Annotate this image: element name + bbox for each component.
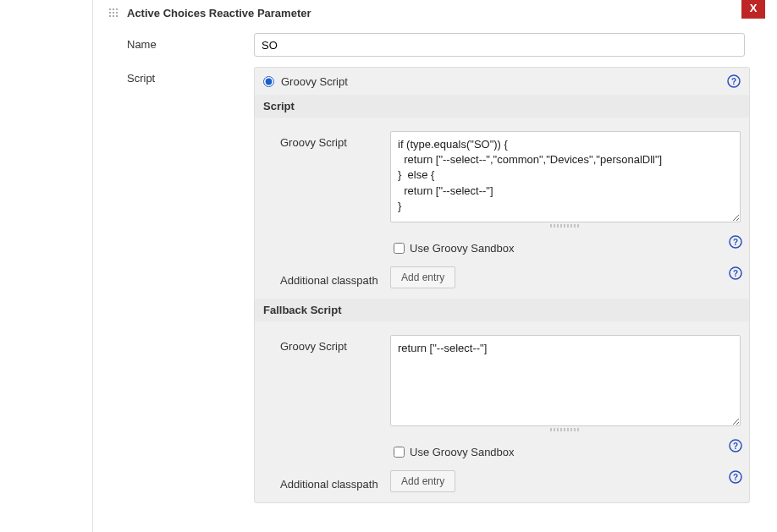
fallback-additional-classpath-label: Additional classpath <box>280 473 390 491</box>
name-input[interactable] <box>254 33 745 57</box>
section-title: Active Choices Reactive Parameter <box>127 7 311 19</box>
main-content: X Active Choices Reactive Parameter Name… <box>93 0 769 532</box>
close-button[interactable]: X <box>741 0 765 19</box>
fallback-script-textarea[interactable] <box>390 335 741 426</box>
help-icon[interactable]: ? <box>729 439 742 452</box>
fallback-sandbox-row: Use Groovy Sandbox ? <box>280 437 741 467</box>
svg-point-7 <box>113 14 114 16</box>
resize-handle[interactable] <box>390 223 741 228</box>
sandbox-checkbox[interactable] <box>394 243 405 254</box>
fallback-sandbox-label: Use Groovy Sandbox <box>410 446 515 458</box>
sandbox-row: Use Groovy Sandbox ? <box>280 233 741 263</box>
groovy-script-row: Groovy Script <box>280 126 741 233</box>
script-row: Script Groovy Script ? Script Groovy Scr… <box>93 62 769 508</box>
svg-point-5 <box>116 11 118 13</box>
fallback-script-field-label: Groovy Script <box>280 335 390 353</box>
help-icon[interactable]: ? <box>729 235 742 249</box>
drag-handle-icon[interactable] <box>108 8 120 19</box>
section-header: Active Choices Reactive Parameter <box>93 0 769 28</box>
name-row: Name <box>93 28 769 62</box>
fallback-script-row: Groovy Script <box>280 330 741 437</box>
fallback-sandbox-checkbox[interactable] <box>394 447 405 458</box>
svg-point-6 <box>109 14 111 16</box>
groovy-script-field-label: Groovy Script <box>280 131 390 149</box>
groovy-script-textarea[interactable] <box>390 131 741 222</box>
svg-point-1 <box>113 8 114 9</box>
groovy-script-radio[interactable] <box>263 76 274 87</box>
script-subheader: Script <box>255 95 749 118</box>
svg-point-4 <box>113 11 114 13</box>
svg-text:?: ? <box>733 269 738 278</box>
svg-point-3 <box>109 11 111 13</box>
script-label: Script <box>127 67 254 85</box>
sandbox-label: Use Groovy Sandbox <box>410 242 515 255</box>
name-label: Name <box>127 33 254 51</box>
add-entry-button[interactable]: Add entry <box>390 266 455 288</box>
additional-classpath-label: Additional classpath <box>280 269 390 287</box>
fallback-classpath-row: Additional classpath Add entry ? <box>280 467 741 502</box>
help-icon[interactable]: ? <box>729 470 742 484</box>
help-icon[interactable]: ? <box>729 266 742 280</box>
fallback-subheader: Fallback Script <box>255 299 749 321</box>
groovy-script-radio-label: Groovy Script <box>281 75 348 88</box>
svg-point-8 <box>116 14 118 16</box>
svg-text:?: ? <box>731 77 736 86</box>
svg-point-2 <box>116 8 118 9</box>
svg-point-0 <box>109 8 111 9</box>
left-sidebar <box>0 0 93 532</box>
fallback-inner-section: Groovy Script Use Groovy Sandbox ? <box>255 321 749 502</box>
groovy-script-radio-row: Groovy Script ? <box>255 68 749 95</box>
svg-text:?: ? <box>733 473 738 482</box>
script-inner-section: Groovy Script Use Groovy Sandbox ? <box>255 118 749 299</box>
svg-text:?: ? <box>733 238 738 247</box>
svg-text:?: ? <box>733 442 738 451</box>
script-config-box: Groovy Script ? Script Groovy Script <box>254 67 750 503</box>
help-icon[interactable]: ? <box>727 74 741 88</box>
resize-handle[interactable] <box>390 427 741 432</box>
classpath-row: Additional classpath Add entry ? <box>280 263 741 299</box>
fallback-add-entry-button[interactable]: Add entry <box>390 470 455 492</box>
